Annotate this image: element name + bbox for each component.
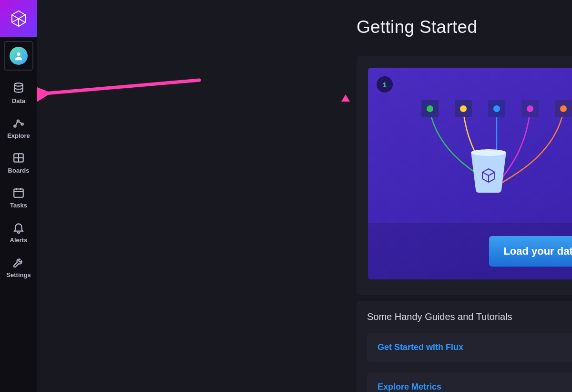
- sidebar-item-tasks[interactable]: Tasks: [0, 180, 37, 215]
- svg-point-6: [14, 125, 16, 127]
- onboarding-panel: 1: [357, 56, 572, 295]
- svg-line-2: [12, 19, 19, 22]
- nav-label: Tasks: [10, 202, 27, 209]
- svg-point-4: [17, 52, 20, 56]
- nav-label: Data: [12, 97, 25, 104]
- calendar-icon: [12, 186, 25, 199]
- bucket-icon: [468, 149, 509, 193]
- svg-line-9: [16, 122, 17, 125]
- svg-line-10: [19, 122, 21, 124]
- nav-label: Settings: [6, 271, 31, 279]
- onboarding-card: 1: [368, 68, 572, 279]
- guides-heading: Some Handy Guides and Tutorials: [367, 311, 572, 322]
- annotation-arrow-icon: [37, 72, 209, 114]
- nav-label: Boards: [8, 167, 30, 174]
- nav-label: Alerts: [10, 237, 28, 244]
- grid-icon: [12, 152, 25, 164]
- nav-list: Data Explore Boards: [0, 75, 37, 284]
- svg-point-7: [17, 120, 19, 122]
- avatar-icon: [10, 47, 28, 65]
- user-avatar[interactable]: [4, 41, 33, 71]
- guide-link-flux[interactable]: Get Started with Flux: [367, 333, 572, 362]
- bell-icon: [12, 221, 25, 234]
- svg-point-5: [14, 83, 22, 86]
- onboarding-action-strip: Load your data: [368, 223, 572, 279]
- guides-panel: Some Handy Guides and Tutorials Get Star…: [357, 301, 572, 392]
- wrench-icon: [12, 256, 25, 268]
- step-number: 1: [383, 81, 387, 89]
- sidebar-item-data[interactable]: Data: [0, 75, 37, 110]
- database-icon: [12, 82, 25, 94]
- guide-link-explore-metrics[interactable]: Explore Metrics: [367, 372, 572, 392]
- sidebar: Data Explore Boards: [0, 0, 37, 392]
- nav-label: Explore: [7, 132, 30, 139]
- step-badge: 1: [377, 76, 393, 93]
- svg-rect-14: [14, 189, 23, 197]
- svg-point-19: [471, 149, 506, 156]
- sidebar-item-explore[interactable]: Explore: [0, 110, 37, 145]
- load-your-data-button[interactable]: Load your data: [489, 236, 572, 267]
- graph-icon: [12, 117, 25, 129]
- marker-triangle-icon: [341, 94, 350, 102]
- cube-logo-icon: [9, 9, 28, 28]
- svg-line-18: [45, 80, 199, 93]
- app-logo[interactable]: [0, 0, 37, 37]
- svg-point-8: [21, 123, 23, 125]
- svg-line-3: [19, 19, 25, 22]
- sidebar-item-boards[interactable]: Boards: [0, 145, 37, 180]
- sidebar-item-alerts[interactable]: Alerts: [0, 215, 37, 249]
- page-title: Getting Started: [357, 17, 477, 37]
- sidebar-item-settings[interactable]: Settings: [0, 249, 37, 284]
- main-content: Getting Started 1: [37, 0, 572, 392]
